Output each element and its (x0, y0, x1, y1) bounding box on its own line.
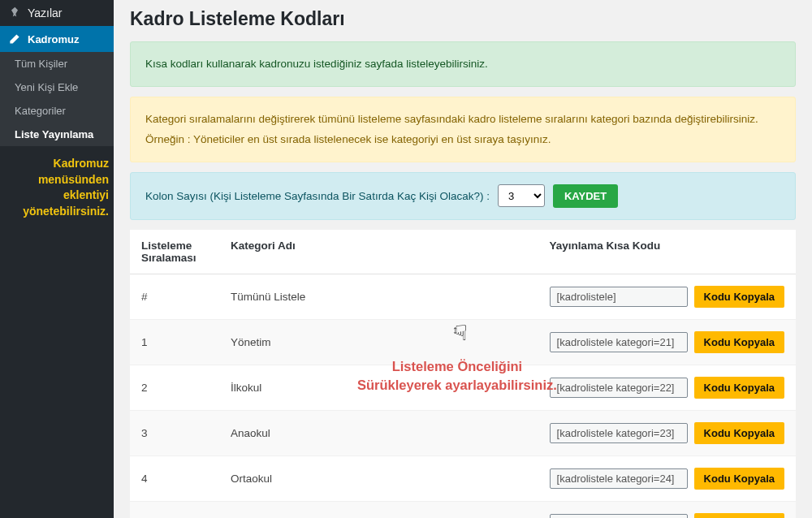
cell-code: Kodu Kopyala (538, 365, 796, 410)
main-content: Kadro Listeleme Kodları Kısa kodları kul… (114, 0, 812, 518)
cell-order: 4 (130, 455, 219, 501)
cell-code: Kodu Kopyala (538, 410, 796, 455)
shortcode-input[interactable] (550, 332, 688, 352)
page-title: Kadro Listeleme Kodları (130, 8, 796, 30)
table-row[interactable]: 2İlkokulKodu Kopyala (130, 365, 796, 410)
cell-order: # (130, 274, 219, 319)
cell-code: Kodu Kopyala (538, 274, 796, 319)
cell-order: 3 (130, 410, 219, 455)
submenu-liste-yayinlama[interactable]: Liste Yayınlama (0, 123, 114, 146)
column-count-label: Kolon Sayısı (Kişi Listeleme Sayfasında … (145, 186, 490, 207)
shortcode-table: Listeleme Sıralaması Kategori Adı Yayınl… (130, 230, 796, 518)
table-row[interactable]: 1YönetimKodu Kopyala (130, 319, 796, 365)
column-count-select[interactable]: 3 (498, 184, 545, 207)
copy-code-button[interactable]: Kodu Kopyala (694, 422, 784, 444)
table-row[interactable]: #Tümünü ListeleKodu Kopyala (130, 274, 796, 319)
column-count-panel: Kolon Sayısı (Kişi Listeleme Sayfasında … (130, 172, 796, 220)
table-row[interactable]: 4OrtaokulKodu Kopyala (130, 455, 796, 501)
info-alert-yellow: Kategori sıralamalarını değiştirerek tüm… (130, 97, 796, 162)
cell-category: Ortaokul (219, 455, 538, 501)
cell-category: Yönetim (219, 319, 538, 365)
sidebar-annotation: Kadromuz menüsünden eklentiyi yönetebili… (0, 146, 114, 229)
copy-code-button[interactable]: Kodu Kopyala (694, 286, 784, 308)
copy-code-button[interactable]: Kodu Kopyala (694, 377, 784, 399)
cell-code: Kodu Kopyala (538, 501, 796, 518)
pin-icon (8, 6, 21, 19)
submenu-yeni-kisi-ekle[interactable]: Yeni Kişi Ekle (0, 76, 114, 99)
cell-code: Kodu Kopyala (538, 455, 796, 501)
table-row[interactable]: 5Anadolu ve Fen LisesiKodu Kopyala (130, 501, 796, 518)
cell-order: 2 (130, 365, 219, 410)
shortcode-input[interactable] (550, 378, 688, 398)
cell-category: İlkokul (219, 365, 538, 410)
sidebar-item-label: Yazılar (28, 6, 63, 19)
shortcode-input[interactable] (550, 287, 688, 307)
th-code: Yayınlama Kısa Kodu (538, 230, 796, 274)
shortcode-input[interactable] (550, 423, 688, 443)
submenu-tum-kisiler[interactable]: Tüm Kişiler (0, 52, 114, 76)
sidebar-item-label: Kadromuz (28, 33, 80, 45)
copy-code-button[interactable]: Kodu Kopyala (694, 468, 784, 490)
shortcode-input[interactable] (550, 514, 688, 518)
th-category: Kategori Adı (219, 230, 538, 274)
admin-sidebar: Yazılar Kadromuz Tüm Kişiler Yeni Kişi E… (0, 0, 114, 518)
sidebar-submenu: Tüm Kişiler Yeni Kişi Ekle Kategoriler L… (0, 52, 114, 146)
edit-icon (8, 32, 21, 45)
cell-category: Anaokul (219, 410, 538, 455)
copy-code-button[interactable]: Kodu Kopyala (694, 513, 784, 518)
submenu-kategoriler[interactable]: Kategoriler (0, 99, 114, 123)
copy-code-button[interactable]: Kodu Kopyala (694, 331, 784, 353)
sidebar-item-kadromuz[interactable]: Kadromuz (0, 26, 114, 52)
th-order: Listeleme Sıralaması (130, 230, 219, 274)
info-alert-green: Kısa kodları kullanarak kadronuzu istedi… (130, 41, 796, 87)
cell-category: Anadolu ve Fen Lisesi (219, 501, 538, 518)
cell-order: 1 (130, 319, 219, 365)
sidebar-item-posts[interactable]: Yazılar (0, 0, 114, 26)
cell-category: Tümünü Listele (219, 274, 538, 319)
table-row[interactable]: 3AnaokulKodu Kopyala (130, 410, 796, 455)
cell-order: 5 (130, 501, 219, 518)
shortcode-input[interactable] (550, 468, 688, 489)
cell-code: Kodu Kopyala (538, 319, 796, 365)
save-button[interactable]: KAYDET (553, 184, 618, 208)
